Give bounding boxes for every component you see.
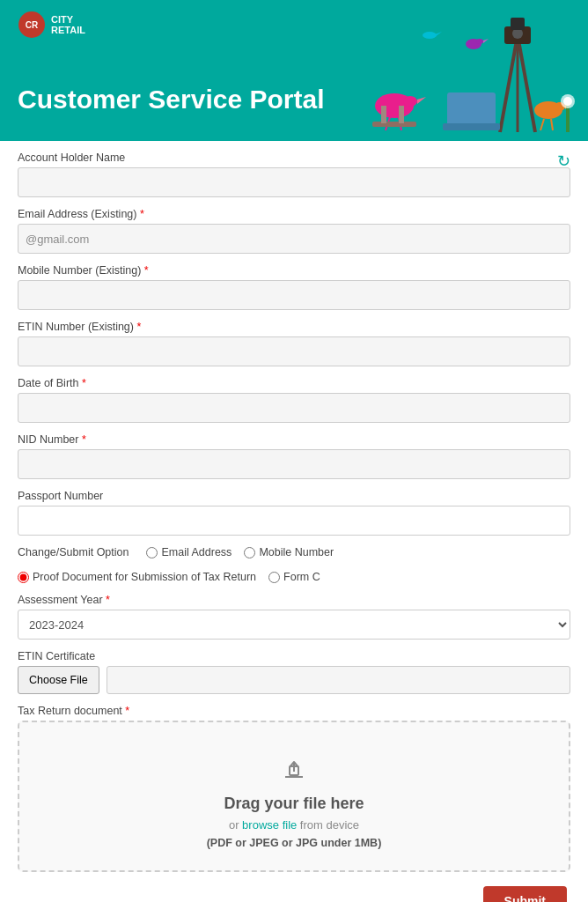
mobile-required-star: * xyxy=(144,264,149,277)
svg-rect-30 xyxy=(399,106,404,123)
etin-certificate-group: ETIN Certificate Choose File xyxy=(18,650,570,694)
radio-proof-label: Proof Document for Submission of Tax Ret… xyxy=(33,571,256,583)
etin-number-label: ETIN Number (Existing) * xyxy=(18,321,570,333)
radio-formc-input[interactable] xyxy=(268,572,280,583)
assessment-year-label: Assessment Year * xyxy=(18,594,570,606)
svg-line-2 xyxy=(500,35,518,132)
logo-line2: RETAIL xyxy=(51,25,85,35)
svg-rect-28 xyxy=(372,122,416,127)
nid-number-label: NID Number * xyxy=(18,433,570,446)
banner-illustration xyxy=(342,18,588,141)
file-hint: (PDF or JPEG or JPG under 1MB) xyxy=(37,837,551,849)
mobile-number-input[interactable] xyxy=(18,280,570,310)
etin-number-input[interactable] xyxy=(18,336,570,366)
file-input-area: Choose File xyxy=(18,666,570,694)
account-holder-name-group: Account Holder Name xyxy=(18,152,570,197)
svg-rect-9 xyxy=(443,123,500,130)
radio-mobile-input[interactable] xyxy=(244,547,255,558)
svg-point-21 xyxy=(476,39,483,44)
radio-email-input[interactable] xyxy=(146,547,158,558)
refresh-icon[interactable]: ↻ xyxy=(557,152,570,171)
drag-drop-area[interactable]: Drag your file here or browse file from … xyxy=(18,721,570,872)
date-of-birth-input[interactable] xyxy=(18,393,570,423)
svg-marker-12 xyxy=(417,97,426,104)
date-of-birth-label: Date of Birth * xyxy=(18,377,570,389)
banner-title: Customer Service Portal xyxy=(18,85,324,115)
radio-option-proof[interactable]: Proof Document for Submission of Tax Ret… xyxy=(18,571,256,583)
radio-email-label: Email Address xyxy=(161,546,232,558)
radio-proof-input[interactable] xyxy=(18,572,29,583)
tax-return-doc-label: Tax Return document * xyxy=(18,705,570,717)
change-submit-label: Change/Submit Option xyxy=(18,546,129,558)
tax-required-star: * xyxy=(125,705,129,717)
radio-group: Change/Submit Option Email Address Mobil… xyxy=(18,546,570,583)
mobile-number-label: Mobile Number (Existing) * xyxy=(18,264,570,277)
radio-option-mobile[interactable]: Mobile Number xyxy=(244,546,334,558)
assessment-year-group: Assessment Year * 2023-2024 2022-2023 20… xyxy=(18,594,570,640)
account-holder-name-input[interactable] xyxy=(18,167,570,197)
mobile-number-group: Mobile Number (Existing) * xyxy=(18,264,570,310)
svg-text:CR: CR xyxy=(26,20,39,30)
logo-text: CITY RETAIL xyxy=(51,14,85,35)
svg-point-23 xyxy=(423,32,437,39)
submit-button[interactable]: Submit xyxy=(483,886,567,902)
tax-return-doc-group: Tax Return document * Drag your file her… xyxy=(18,705,570,872)
date-of-birth-group: Date of Birth * xyxy=(18,377,570,423)
svg-marker-22 xyxy=(483,39,489,43)
svg-rect-8 xyxy=(447,92,496,128)
svg-point-27 xyxy=(563,97,572,106)
browse-text: or browse file from device xyxy=(37,818,551,832)
svg-rect-29 xyxy=(381,106,386,123)
form-container: ↻ Account Holder Name Email Address (Exi… xyxy=(0,141,588,902)
nid-required-star: * xyxy=(82,433,86,446)
assessment-year-select[interactable]: 2023-2024 2022-2023 2021-2022 2020-2021 xyxy=(18,610,570,640)
radio-option-email[interactable]: Email Address xyxy=(146,546,232,558)
svg-line-3 xyxy=(518,35,535,132)
etin-required-star: * xyxy=(136,321,141,333)
header-banner: CR CITY RETAIL Customer Service Portal xyxy=(0,0,588,141)
nid-number-input[interactable] xyxy=(18,449,570,479)
upload-icon xyxy=(276,749,312,784)
browse-post: from device xyxy=(297,818,359,832)
passport-number-label: Passport Number xyxy=(18,490,570,502)
change-submit-option-group: Change/Submit Option Email Address Mobil… xyxy=(18,546,570,583)
browse-link[interactable]: browse file xyxy=(242,818,297,832)
email-required-star: * xyxy=(140,208,144,220)
passport-number-input[interactable] xyxy=(18,506,570,536)
city-retail-logo-icon: CR xyxy=(18,11,46,39)
radio-formc-label: Form C xyxy=(283,571,320,583)
choose-file-button[interactable]: Choose File xyxy=(18,666,99,694)
svg-rect-7 xyxy=(511,18,525,30)
drag-text: Drag your file here xyxy=(37,795,551,813)
etin-number-group: ETIN Number (Existing) * xyxy=(18,321,570,366)
svg-point-11 xyxy=(403,96,417,107)
email-existing-label: Email Address (Existing) * xyxy=(18,208,570,220)
email-existing-group: Email Address (Existing) * xyxy=(18,208,570,254)
etin-certificate-label: ETIN Certificate xyxy=(18,650,570,662)
radio-option-formc[interactable]: Form C xyxy=(268,571,320,583)
file-name-display xyxy=(107,666,570,694)
account-holder-name-label: Account Holder Name xyxy=(18,152,570,164)
email-existing-input[interactable] xyxy=(18,224,570,254)
assessment-required-star: * xyxy=(106,594,110,606)
svg-line-18 xyxy=(540,119,544,130)
logo-area: CR CITY RETAIL xyxy=(18,11,85,39)
passport-number-group: Passport Number xyxy=(18,490,570,536)
submit-area: Submit xyxy=(18,886,570,902)
dob-required-star: * xyxy=(82,377,86,389)
browse-pre: or xyxy=(229,818,242,832)
logo-line1: CITY xyxy=(51,14,85,25)
nid-number-group: NID Number * xyxy=(18,433,570,479)
radio-mobile-label: Mobile Number xyxy=(259,546,334,558)
svg-rect-25 xyxy=(566,106,570,132)
svg-line-19 xyxy=(551,119,553,130)
